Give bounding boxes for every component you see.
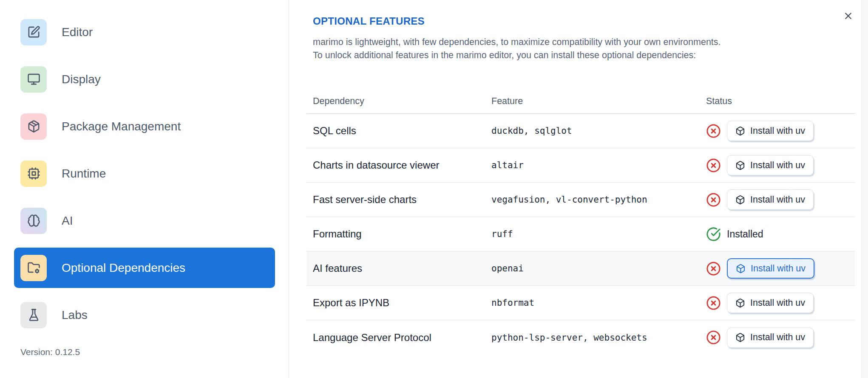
install-with-uv-button[interactable]: Install with uv [727, 293, 814, 313]
not-installed-x-icon [706, 330, 721, 345]
sidebar-item-runtime[interactable]: Runtime [14, 153, 275, 194]
optional-features-panel: OPTIONAL FEATURES marimo is lightweight,… [289, 0, 861, 378]
square-pen-icon [20, 19, 47, 45]
sidebar-item-display[interactable]: Display [14, 59, 275, 99]
sidebar-item-label: Editor [62, 25, 93, 39]
feature-cell: duckdb, sqlglot [491, 126, 706, 136]
package-box-icon [735, 333, 745, 342]
install-with-uv-button[interactable]: Install with uv [727, 327, 814, 348]
description-line-2: To unlock additional features in the mar… [313, 50, 696, 60]
sidebar-item-label: Package Management [62, 120, 181, 133]
package-box-icon [735, 161, 745, 170]
description-line-1: marimo is lightweight, with few dependen… [313, 37, 721, 47]
close-button[interactable] [841, 9, 855, 24]
table-row: Export as IPYNB nbformat Install with uv [306, 286, 855, 320]
install-button-label: Install with uv [751, 263, 806, 274]
scrollbar-gutter[interactable] [861, 0, 868, 378]
sidebar-item-labs[interactable]: Labs [14, 295, 275, 335]
sidebar-item-label: AI [62, 214, 73, 228]
not-installed-x-icon [706, 158, 721, 173]
sidebar-item-ai[interactable]: AI [14, 200, 275, 241]
install-button-label: Install with uv [750, 160, 805, 171]
dependency-cell: Export as IPYNB [313, 297, 491, 309]
dependency-cell: Language Server Protocol [313, 332, 491, 344]
table-row: Charts in datasource viewer altair Insta… [306, 148, 855, 183]
status-cell: Install with uv [706, 121, 855, 141]
not-installed-x-icon [706, 192, 721, 207]
install-button-label: Install with uv [750, 298, 805, 308]
installed-label: Installed [727, 228, 763, 240]
monitor-icon [20, 66, 47, 93]
feature-cell: altair [491, 160, 706, 170]
sidebar-item-optional-dependencies[interactable]: Optional Dependencies [14, 248, 275, 288]
sidebar-item-label: Runtime [62, 167, 106, 181]
status-cell: Install with uv [706, 327, 855, 348]
dependency-cell: Fast server-side charts [313, 194, 491, 206]
status-cell: Installed [706, 227, 855, 242]
brain-icon [20, 208, 47, 234]
close-x-icon [843, 11, 854, 23]
feature-cell: vegafusion, vl-convert-python [491, 195, 706, 205]
table-header: Dependency Feature Status [306, 89, 855, 114]
table-row: Language Server Protocol python-lsp-serv… [306, 320, 855, 355]
column-header-feature: Feature [491, 96, 706, 107]
install-with-uv-button[interactable]: Install with uv [727, 189, 814, 210]
version-label: Version: 0.12.5 [20, 347, 275, 357]
sidebar-item-label: Display [62, 73, 101, 86]
dependency-cell: Formatting [313, 228, 491, 240]
settings-sidebar: Editor Display Package Management Runtim… [0, 0, 289, 378]
package-box-icon [736, 264, 746, 274]
not-installed-x-icon [706, 261, 721, 276]
status-cell: Install with uv [706, 293, 855, 313]
sidebar-item-package-management[interactable]: Package Management [14, 106, 275, 147]
feature-cell: python-lsp-server, websockets [491, 333, 706, 343]
panel-description: marimo is lightweight, with few dependen… [313, 36, 861, 62]
install-with-uv-button[interactable]: Install with uv [727, 121, 814, 141]
installed-check-icon [706, 227, 721, 242]
install-with-uv-button[interactable]: Install with uv [727, 155, 814, 175]
dependency-cell: AI features [313, 262, 491, 274]
flask-icon [20, 302, 47, 328]
dependency-cell: Charts in datasource viewer [313, 159, 491, 171]
table-row: AI features openai Install with uv [306, 251, 855, 286]
table-row: SQL cells duckdb, sqlglot Install with u… [306, 114, 855, 148]
feature-cell: openai [491, 263, 706, 274]
column-header-status: Status [706, 96, 855, 107]
sidebar-item-label: Optional Dependencies [62, 261, 185, 275]
table-row: Fast server-side charts vegafusion, vl-c… [306, 183, 855, 217]
install-button-label: Install with uv [750, 126, 805, 136]
not-installed-x-icon [706, 124, 721, 138]
dependencies-table: Dependency Feature Status SQL cells duck… [306, 89, 855, 355]
install-button-label: Install with uv [750, 332, 805, 343]
feature-cell: ruff [491, 229, 706, 239]
status-cell: Install with uv [706, 258, 855, 279]
folder-cog-icon [20, 255, 47, 281]
status-cell: Install with uv [706, 189, 855, 210]
install-with-uv-button[interactable]: Install with uv [727, 258, 814, 279]
sidebar-item-label: Labs [62, 308, 88, 322]
dependency-cell: SQL cells [313, 125, 491, 137]
cpu-icon [20, 161, 47, 187]
package-icon [20, 113, 47, 140]
not-installed-x-icon [706, 296, 721, 310]
package-box-icon [735, 298, 745, 308]
table-row: Formatting ruff Installed [306, 217, 855, 251]
page-title: OPTIONAL FEATURES [313, 15, 861, 29]
sidebar-item-editor[interactable]: Editor [14, 12, 275, 52]
status-cell: Install with uv [706, 155, 855, 175]
feature-cell: nbformat [491, 298, 706, 308]
package-box-icon [735, 126, 745, 136]
package-box-icon [735, 195, 745, 205]
column-header-dependency: Dependency [313, 96, 491, 107]
install-button-label: Install with uv [750, 195, 805, 205]
